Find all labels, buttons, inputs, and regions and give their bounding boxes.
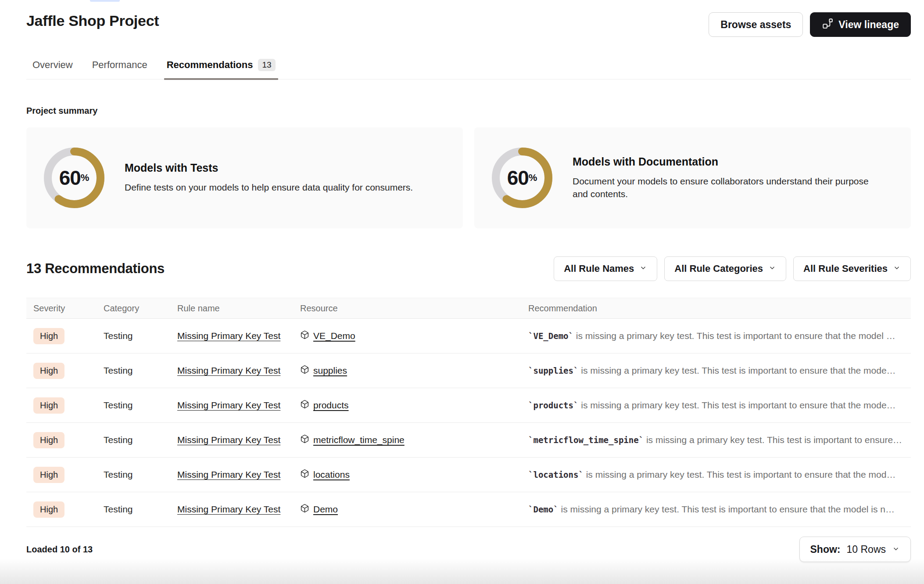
category-cell: Testing bbox=[97, 504, 170, 515]
category-cell: Testing bbox=[97, 331, 170, 341]
browse-assets-button[interactable]: Browse assets bbox=[709, 12, 803, 37]
recommendation-code: `locations` bbox=[528, 470, 584, 479]
page-header: Jaffle Shop Project Browse assets View l… bbox=[26, 0, 911, 37]
rule-name-link[interactable]: Missing Primary Key Test bbox=[177, 365, 280, 375]
show-rows-dropdown[interactable]: Show: 10 Rows bbox=[799, 537, 911, 562]
resource-link[interactable]: locations bbox=[313, 469, 350, 480]
recommendation-text: is missing a primary key test. This test… bbox=[584, 469, 896, 479]
recommendations-table: Severity Category Rule name Resource Rec… bbox=[26, 298, 911, 527]
lineage-graph-icon bbox=[822, 18, 833, 32]
severity-badge: High bbox=[33, 501, 64, 518]
category-cell: Testing bbox=[97, 400, 170, 411]
tab-performance-label: Performance bbox=[92, 59, 147, 71]
recommendations-count-badge: 13 bbox=[258, 59, 275, 71]
tab-performance[interactable]: Performance bbox=[92, 59, 147, 79]
recommendation-text: is missing a primary key test. This test… bbox=[573, 331, 895, 341]
loaded-count-text: Loaded 10 of 13 bbox=[26, 544, 93, 555]
tab-overview-label: Overview bbox=[32, 59, 73, 71]
header-actions: Browse assets View lineage bbox=[709, 12, 911, 37]
docs-donut-chart: 60% bbox=[492, 148, 552, 208]
chevron-down-icon bbox=[768, 263, 776, 274]
category-cell: Testing bbox=[97, 469, 170, 480]
rule-name-link[interactable]: Missing Primary Key Test bbox=[177, 435, 280, 445]
rule-name-link[interactable]: Missing Primary Key Test bbox=[177, 331, 280, 341]
tests-donut-value: 60% bbox=[44, 148, 104, 208]
top-edge-artifact bbox=[90, 0, 120, 2]
recommendation-text: is missing a primary key test. This test… bbox=[644, 435, 902, 445]
resource-link[interactable]: Demo bbox=[313, 504, 338, 515]
view-lineage-button[interactable]: View lineage bbox=[810, 12, 911, 37]
recommendation-text: is missing a primary key test. This test… bbox=[578, 400, 895, 410]
chevron-down-icon bbox=[893, 263, 901, 274]
bottom-scroll-fade bbox=[0, 559, 924, 584]
tab-recommendations[interactable]: Recommendations 13 bbox=[167, 59, 276, 79]
recommendations-heading: 13 Recommendations bbox=[26, 261, 165, 277]
model-cube-icon bbox=[300, 330, 309, 342]
severity-badge: High bbox=[33, 363, 64, 379]
recommendation-code: `products` bbox=[528, 400, 578, 410]
table-header-row: Severity Category Rule name Resource Rec… bbox=[26, 298, 911, 319]
recommendation-code: `VE_Demo` bbox=[528, 331, 573, 341]
models-with-tests-card: 60% Models with Tests Define tests on yo… bbox=[26, 127, 463, 228]
resource-link[interactable]: metricflow_time_spine bbox=[313, 435, 405, 445]
column-header-severity: Severity bbox=[26, 303, 97, 314]
severity-badge: High bbox=[33, 467, 64, 483]
severity-badge: High bbox=[33, 432, 64, 448]
docs-card-title: Models with Documentation bbox=[573, 155, 880, 168]
table-row: High Testing Missing Primary Key Test VE… bbox=[26, 319, 911, 353]
recommendation-code: `metricflow_time_spine` bbox=[528, 435, 644, 445]
tests-donut-chart: 60% bbox=[44, 148, 104, 208]
column-header-recommendation: Recommendation bbox=[521, 303, 911, 314]
rule-categories-filter-label: All Rule Categories bbox=[674, 263, 763, 274]
column-header-category: Category bbox=[97, 303, 170, 314]
table-row: High Testing Missing Primary Key Test pr… bbox=[26, 388, 911, 423]
rule-names-filter-label: All Rule Names bbox=[564, 263, 634, 274]
docs-card-text: Models with Documentation Document your … bbox=[573, 155, 880, 200]
browse-assets-label: Browse assets bbox=[720, 19, 791, 31]
models-with-docs-card: 60% Models with Documentation Document y… bbox=[474, 127, 911, 228]
model-cube-icon bbox=[300, 400, 309, 411]
category-cell: Testing bbox=[97, 365, 170, 376]
resource-link[interactable]: VE_Demo bbox=[313, 331, 355, 341]
rule-categories-filter[interactable]: All Rule Categories bbox=[664, 256, 786, 281]
table-row: High Testing Missing Primary Key Test De… bbox=[26, 492, 911, 527]
chevron-down-icon bbox=[892, 544, 900, 555]
rule-severities-filter[interactable]: All Rule Severities bbox=[793, 256, 911, 281]
severity-badge: High bbox=[33, 397, 64, 414]
recommendation-text: is missing a primary key test. This test… bbox=[578, 365, 895, 375]
resource-link[interactable]: supplies bbox=[313, 365, 347, 376]
tab-overview[interactable]: Overview bbox=[32, 59, 73, 79]
tests-card-description: Define tests on your models to help ensu… bbox=[125, 181, 413, 194]
table-row: High Testing Missing Primary Key Test lo… bbox=[26, 458, 911, 492]
tests-card-text: Models with Tests Define tests on your m… bbox=[125, 162, 413, 194]
project-summary-label: Project summary bbox=[26, 106, 911, 116]
docs-card-description: Document your models to ensure collabora… bbox=[573, 175, 880, 200]
recommendations-header: 13 Recommendations All Rule Names All Ru… bbox=[26, 256, 911, 281]
table-footer: Loaded 10 of 13 Show: 10 Rows bbox=[26, 537, 911, 562]
show-rows-value: 10 Rows bbox=[847, 544, 886, 555]
rule-name-link[interactable]: Missing Primary Key Test bbox=[177, 400, 280, 410]
table-row: High Testing Missing Primary Key Test me… bbox=[26, 423, 911, 458]
recommendation-code: `supplies` bbox=[528, 366, 578, 375]
filter-bar: All Rule Names All Rule Categories All R… bbox=[554, 256, 911, 281]
tab-recommendations-label: Recommendations bbox=[167, 59, 253, 71]
show-rows-label: Show: bbox=[810, 544, 841, 555]
resource-link[interactable]: products bbox=[313, 400, 349, 411]
rule-severities-filter-label: All Rule Severities bbox=[803, 263, 888, 274]
model-cube-icon bbox=[300, 365, 309, 376]
rule-name-link[interactable]: Missing Primary Key Test bbox=[177, 504, 280, 514]
column-header-rule-name: Rule name bbox=[170, 303, 293, 314]
rule-name-link[interactable]: Missing Primary Key Test bbox=[177, 469, 280, 479]
category-cell: Testing bbox=[97, 435, 170, 445]
recommendation-text: is missing a primary key test. This test… bbox=[559, 504, 895, 514]
docs-donut-value: 60% bbox=[492, 148, 552, 208]
tests-card-title: Models with Tests bbox=[125, 162, 413, 174]
model-cube-icon bbox=[300, 469, 309, 480]
tab-bar: Overview Performance Recommendations 13 bbox=[26, 59, 911, 79]
model-cube-icon bbox=[300, 504, 309, 515]
severity-badge: High bbox=[33, 328, 64, 344]
model-cube-icon bbox=[300, 434, 309, 446]
chevron-down-icon bbox=[639, 263, 647, 274]
rule-names-filter[interactable]: All Rule Names bbox=[554, 256, 657, 281]
recommendation-code: `Demo` bbox=[528, 505, 559, 514]
